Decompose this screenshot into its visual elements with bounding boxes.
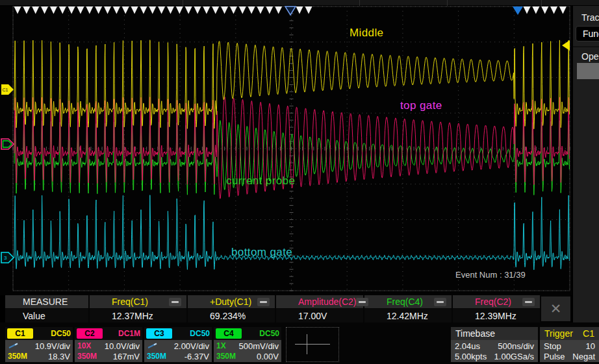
operation-label: Opera — [581, 51, 599, 62]
channel-descriptor-c3[interactable]: C3 DC50 2.00V/div 350M -6.37V — [144, 327, 212, 362]
add-trace-button[interactable] — [286, 327, 339, 362]
waveform-annotation-2: current probe — [226, 175, 295, 188]
channel-offset: -6.37V — [185, 352, 209, 361]
channel-bandwidth: 350M — [77, 352, 97, 361]
measure-title: MEASURE — [5, 295, 88, 308]
measure-column-freq-c2[interactable]: Freq(C2) 12.39MHz — [453, 295, 540, 322]
channel-coupling: DC50 — [190, 329, 210, 338]
svg-text:3: 3 — [4, 255, 7, 261]
side-menu-panel: Trace Func Opera — [572, 6, 599, 324]
channel-descriptor-c2[interactable]: C2 DC1M 10X 10.0V/div 350M 167mV — [75, 327, 142, 362]
measure-column-duty-c1[interactable]: +Duty(C1) 69.234% — [188, 295, 275, 322]
measure-label: Freq(C2) — [475, 297, 511, 307]
remove-measure-button[interactable] — [522, 298, 535, 306]
channel-descriptor-c4[interactable]: C4 DC50 1X 500mV/div 350M 0.00V — [214, 327, 281, 362]
channel-bandwidth: 350M — [216, 352, 236, 361]
trigger-title: Trigger — [544, 328, 573, 339]
measure-title-column: MEASURE Value — [5, 295, 88, 322]
timebase-title: Timebase — [455, 328, 495, 339]
remove-measure-button[interactable] — [356, 298, 368, 306]
timebase-delay: 2.04us — [455, 341, 480, 351]
measure-label: +Duty(C1) — [210, 297, 251, 307]
measure-column-freq-c4[interactable]: Freq(C4) 12.42MHz — [364, 295, 452, 322]
top-menu-bar — [0, 0, 599, 6]
remove-measure-button[interactable] — [257, 298, 270, 306]
panel-divider — [573, 46, 599, 47]
waveform-annotation-3: bottom gate — [231, 246, 292, 259]
measure-value: 12.42MHz — [364, 309, 452, 322]
menu-divider — [541, 0, 542, 6]
close-measure-button[interactable]: ✕ — [541, 297, 570, 321]
channel-badge-c3[interactable]: C3 — [146, 328, 172, 339]
channel-coupling: DC50 — [259, 329, 279, 338]
channel-coupling: DC50 — [51, 329, 71, 338]
remove-measure-button[interactable] — [434, 298, 446, 306]
operation-preview[interactable] — [577, 63, 599, 79]
func-dropdown[interactable]: Func — [576, 26, 599, 42]
channel-coupling: DC1M — [118, 329, 140, 338]
trigger-level: 10 — [586, 341, 595, 351]
channel-offset: 0.00V — [257, 352, 279, 361]
measure-row-label: Value — [5, 309, 88, 322]
measure-value: 17.00V — [276, 309, 363, 322]
menu-divider — [183, 0, 183, 6]
channel-descriptor-c1[interactable]: C1 DC50 10.9V/div 350M 18.3V — [5, 327, 73, 362]
probe-icon — [147, 341, 159, 351]
probe-attenuation: 10X — [77, 341, 91, 350]
waveform-annotation-0: Middle — [350, 27, 383, 40]
menu-divider — [359, 0, 360, 6]
channel-bandwidth: 350M — [147, 352, 166, 361]
waveform-display[interactable]: C13 Event Num : 31/39 Middletop gatecurr… — [0, 6, 573, 295]
bottom-status-bar: C1 DC50 10.9V/div 350M 18.3V C2 DC1M — [0, 322, 599, 364]
channel-scale: 500mV/div — [239, 341, 279, 351]
trace-label: Trace — [581, 12, 599, 23]
timebase-points: 5.00kpts — [455, 352, 487, 361]
trigger-source: C1 — [583, 328, 594, 339]
channel-badge-c4[interactable]: C4 — [216, 328, 242, 339]
probe-attenuation: 1X — [216, 341, 226, 350]
probe-icon — [8, 341, 19, 351]
waveform-annotation-1: top gate — [400, 99, 442, 112]
channel-offset: 18.3V — [48, 352, 70, 361]
measure-value: 12.39MHz — [453, 309, 540, 322]
timebase-scale: 500ns/div — [498, 341, 534, 351]
channel-scale: 10.0V/div — [105, 341, 140, 351]
measure-label: Amplitude(C2) — [298, 297, 356, 307]
channel-bandwidth: 350M — [8, 352, 27, 361]
trigger-type: Pulse — [544, 352, 565, 361]
timebase-panel[interactable]: Timebase 2.04us 500ns/div 5.00kpts 1.00G… — [451, 327, 538, 362]
channel-scale: 2.00V/div — [174, 341, 209, 351]
timebase-sample-rate: 1.00GSa/s — [494, 352, 534, 361]
measure-value: 69.234% — [188, 309, 275, 322]
trigger-panel[interactable]: Trigger C1 Stop 10 Pulse Negat — [540, 327, 599, 362]
svg-text:C1: C1 — [3, 88, 8, 92]
channel-badge-c1[interactable]: C1 — [7, 328, 33, 339]
measure-column-freq-c1[interactable]: Freq(C1) 12.37MHz — [90, 295, 186, 322]
trigger-polarity: Negat — [572, 352, 595, 361]
channel-scale: 10.9V/div — [35, 341, 70, 351]
measure-label: Freq(C1) — [112, 297, 148, 307]
plus-icon — [307, 334, 307, 354]
measure-value: 12.37MHz — [90, 309, 186, 322]
menu-divider — [447, 0, 448, 6]
channel-badge-c2[interactable]: C2 — [77, 328, 103, 339]
plus-icon — [295, 344, 330, 345]
measure-column-amplitude-c2[interactable]: Amplitude(C2) 17.00V — [276, 295, 363, 322]
trigger-status: Stop — [544, 341, 561, 351]
remove-measure-button[interactable] — [169, 298, 181, 306]
channel-offset: 167mV — [113, 352, 140, 361]
measure-panel: MEASURE Value Freq(C1) 12.37MHz +Duty(C1… — [5, 295, 570, 322]
oscilloscope-screen: C13 Event Num : 31/39 Middletop gatecurr… — [0, 0, 599, 364]
measure-label: Freq(C4) — [387, 297, 423, 307]
event-counter: Event Num : 31/39 — [455, 270, 526, 280]
